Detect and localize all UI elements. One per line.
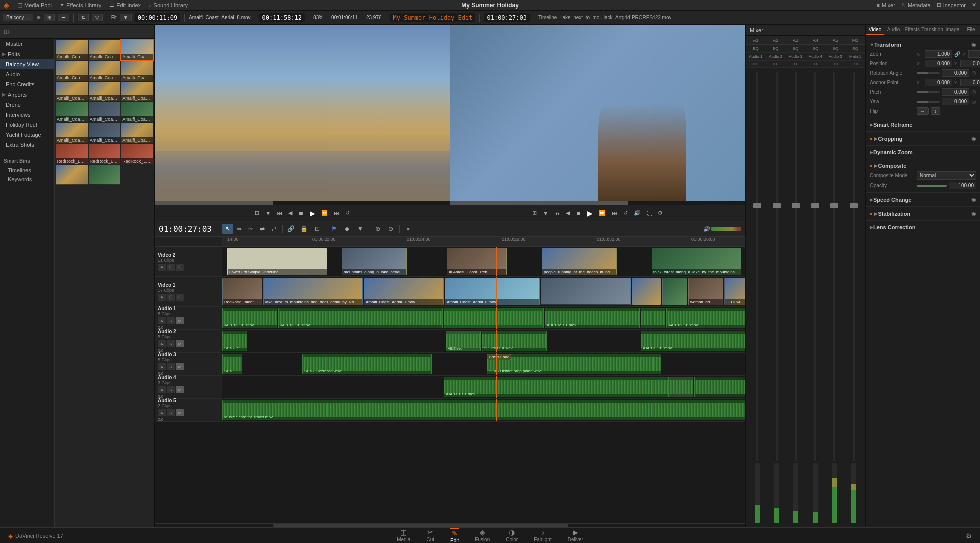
prog-next-frame[interactable]: ⏩ [597,209,607,217]
video-clip[interactable]: Lower 3rd Simpla Underline [227,248,327,275]
prog-skip-start[interactable]: ⏮ [553,209,561,217]
tab-video[interactable]: Video [866,25,884,35]
a4-auto-btn[interactable]: A [158,386,166,393]
tab-file[interactable]: File [962,25,980,35]
nav-fairlight[interactable]: ♪ Fairlight [534,528,552,543]
video-clip[interactable]: ⊕ Clip-04-weecor-img... [724,278,745,305]
lens-correction-header[interactable]: ▶ Lens Correction [866,223,980,232]
prog-prev-frame[interactable]: ◀ [564,209,571,217]
media-thumb[interactable]: Amalfi_Coast_T... [56,123,88,143]
clip-color-btn[interactable]: ▼ [355,224,366,234]
pitch-input[interactable] [942,88,969,96]
video-clip[interactable] [632,278,661,305]
audio-clip[interactable] [668,377,693,397]
anchor-x-input[interactable] [925,79,952,86]
opacity-input[interactable] [949,182,976,189]
rotation-input[interactable] [942,69,969,77]
crop-eye[interactable]: ◉ [971,135,976,142]
media-thumb[interactable]: Amalfi_Coast_T... [89,102,121,122]
audio-clip[interactable]: AB/Bleed [446,331,481,351]
audio-clip[interactable] [641,308,665,328]
view-mode-grid[interactable]: ⊞ [44,14,55,21]
nav-cut[interactable]: ✂ Cut [426,528,434,543]
audio-clip[interactable]: SFX - je... [222,331,247,351]
composite-header[interactable]: ● ▶ Composite [866,161,980,170]
nav-edit[interactable]: ✎ Edit [450,528,459,543]
source-next-frame[interactable]: ⏩ [320,209,329,217]
video-clip[interactable]: Amalfi_Coast_Aerial_7.mov [364,278,444,305]
tab-effects[interactable]: Effects [903,25,921,35]
a1-mute-btn[interactable]: M [176,317,184,324]
a1-solo-btn[interactable]: S [167,317,175,324]
anchor-y-input[interactable] [960,79,980,86]
prog-fullscreen[interactable]: ⛶ [645,209,653,217]
a4-solo-btn[interactable]: S [167,386,175,393]
audio-clip[interactable]: AB0102_01.mov [222,308,277,328]
razor-tool[interactable]: ✁ [245,224,256,234]
a2-mute-btn[interactable]: M [176,340,184,347]
audio-clip[interactable]: SFX - Overhead.wav [302,354,432,374]
timeline-hscrollbar[interactable] [155,523,745,527]
cropping-header[interactable]: ● ▶ Cropping ◉ [866,134,980,143]
bin-selector[interactable]: Balcony ... [3,14,33,21]
yaw-slider[interactable] [917,101,940,103]
fader-a3[interactable] [786,72,806,523]
sidebar-item-end-credits[interactable]: End Credits [0,79,54,89]
eq-a2[interactable]: EQ [766,46,786,51]
source-skip-end[interactable]: ⏭ [332,209,341,217]
media-thumb[interactable]: Amalfi_Coast_T... [121,82,153,102]
filter-btn[interactable]: ▽ [92,14,103,21]
yaw-eye[interactable]: ◎ [971,98,976,105]
media-pool-btn[interactable]: ◫ Media Pool [17,2,52,8]
fader-m1[interactable] [844,72,864,523]
video-clip[interactable]: lake_next_to_mountains_and_trees_aerial_… [263,278,363,305]
close-panel-btn[interactable]: ✕ [972,2,976,8]
a3-mute-btn[interactable]: M [176,363,184,370]
eq-a1[interactable]: EQ [746,46,766,51]
marker-btn[interactable]: ◆ [342,224,353,234]
audio-clip[interactable]: AA0113_01.mov [641,331,745,351]
a1-auto-btn[interactable]: A [158,317,166,324]
video-clip[interactable]: thick_forest_along_a_lake_by_the_mountai… [652,248,741,275]
eq-m1[interactable]: EQ [845,46,865,51]
prog-play[interactable]: ▶ [586,208,594,218]
prog-settings[interactable]: ⚙ [656,209,664,217]
pitch-eye[interactable]: ◎ [971,89,976,95]
source-prev-frame[interactable]: ◀ [287,209,294,217]
sidebar-item-interviews[interactable]: Interviews [0,110,54,120]
speed-eye[interactable]: ◉ [971,196,976,203]
v2-auto-btn[interactable]: A [158,264,166,271]
zoom-y-input[interactable] [968,50,980,58]
dynamic-zoom-header[interactable]: ▶ Dynamic Zoom [866,148,980,157]
media-thumb[interactable]: RedRock_Land... [89,144,121,164]
media-thumb[interactable] [89,165,121,185]
fader-a5[interactable] [825,72,844,523]
eq-a3[interactable]: EQ [786,46,806,51]
flag-btn[interactable]: ⚑ [329,224,340,234]
source-loop[interactable]: ↺ [344,209,351,217]
a5-mute-btn[interactable]: M [176,409,184,416]
link-icon[interactable]: 🔗 [954,51,960,57]
tab-transition[interactable]: Transition [921,25,943,35]
metadata-btn[interactable]: ≋ Metadata [901,2,931,8]
v2-src-btn[interactable]: ⊡ [167,264,175,271]
source-expand-btn[interactable]: ▼ [264,209,272,217]
audio-clip[interactable]: Music Score for Trailer.mov [222,400,745,420]
prog-expand-btn[interactable]: ▼ [541,209,550,217]
trim-tool[interactable]: ⇔ [234,224,245,234]
media-thumb[interactable]: Amalfi_Coast_T... [89,82,121,102]
video-clip[interactable]: woman_rid... [688,278,723,305]
fader-a2[interactable] [767,72,787,523]
settings-btn[interactable]: ⚙ [966,532,972,540]
nav-media[interactable]: ◫ Media [397,528,410,543]
fit-dropdown[interactable]: ▼ [120,14,132,21]
sidebar-balcony-view[interactable]: Balcony View [0,59,54,69]
media-thumb[interactable] [56,165,88,185]
pos-y-input[interactable] [960,60,980,67]
prog-loop[interactable]: ↺ [622,209,629,217]
flip-v-btn[interactable]: ↕ [931,107,940,115]
sidebar-timelines[interactable]: Timelines [0,166,54,175]
opacity-slider[interactable] [917,185,947,187]
media-thumb[interactable]: Amalfi_Coast_T... [89,123,121,143]
eq-a4[interactable]: EQ [805,46,825,51]
